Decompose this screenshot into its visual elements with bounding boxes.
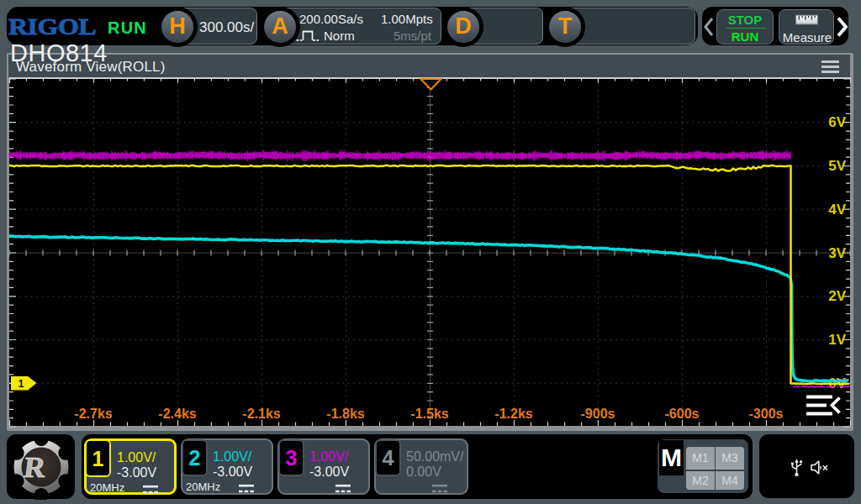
svg-text:2V: 2V [828, 288, 846, 304]
svg-text:-1.8ks: -1.8ks [326, 407, 364, 421]
svg-text:6V: 6V [828, 114, 846, 130]
svg-text:-1.5ks: -1.5ks [410, 407, 448, 421]
svg-text:3V: 3V [828, 245, 846, 261]
svg-text:-900s: -900s [581, 407, 615, 421]
svg-text:1: 1 [18, 378, 24, 390]
svg-text:1V: 1V [828, 332, 846, 348]
svg-text:-2.7ks: -2.7ks [74, 407, 112, 421]
svg-text:5V: 5V [828, 158, 846, 174]
svg-text:4V: 4V [828, 202, 846, 218]
svg-text:-600s: -600s [665, 407, 700, 421]
svg-text:-300s: -300s [749, 407, 784, 421]
svg-text:-2.1ks: -2.1ks [242, 407, 280, 421]
svg-text:-2.4ks: -2.4ks [158, 407, 196, 421]
svg-text:-1.2ks: -1.2ks [494, 407, 532, 421]
